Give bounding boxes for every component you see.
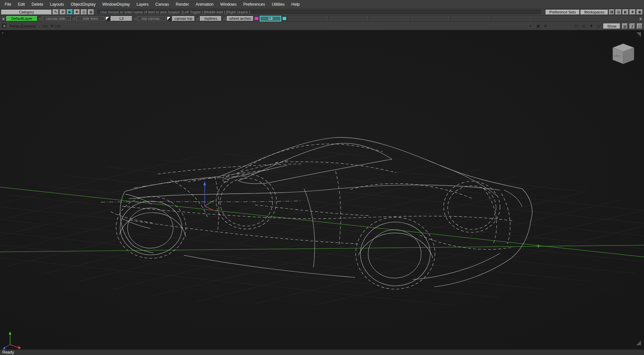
grid-cross-icon: ✚ xyxy=(50,24,53,28)
empty-layer-slot xyxy=(491,16,530,21)
layers-scroll-left-icon[interactable]: ◄ xyxy=(1,16,5,21)
layer-defaultlayer[interactable]: DefaultLayer xyxy=(6,16,37,21)
menu-item-objectdisplay[interactable]: ObjectDisplay xyxy=(67,2,99,7)
viewport-title[interactable]: Persp [Camera] xyxy=(9,24,36,28)
viewport-canvas[interactable]: x LEFT xyxy=(0,30,644,349)
hotkeys-icon[interactable]: H xyxy=(609,9,614,15)
layer-symmetry-swatch[interactable] xyxy=(105,16,110,20)
layer-canvas-top[interactable]: canvas top xyxy=(172,16,195,21)
menu-item-layouts[interactable]: Layouts xyxy=(47,2,67,7)
pick-component-icon[interactable]: ▶ xyxy=(67,9,73,15)
car-wireframe[interactable] xyxy=(101,137,532,289)
perspective-viewport: ✕ Persp [Camera] ↔ mm ✚ 100 ◐ ▣ ⊕ ◰ ◎ ✚ … xyxy=(0,22,644,349)
menu-item-layers[interactable]: Layers xyxy=(133,2,152,7)
viewport-grid-size: ✚ 100 xyxy=(50,24,61,28)
layer-wheel-arches[interactable]: wheel arches xyxy=(227,16,253,21)
units-arrows-icon: ↔ xyxy=(38,24,41,28)
menu-bar: File Edit Delete Layouts ObjectDisplay W… xyxy=(0,0,644,9)
layer-color-swatch-teal[interactable] xyxy=(282,16,287,20)
bounding-box-icon[interactable]: ▣ xyxy=(535,23,541,29)
menu-item-animation[interactable]: Animation xyxy=(192,2,217,7)
toolbar-right-icon-4[interactable]: ▣ xyxy=(637,9,643,15)
alias-application-window: File Edit Delete Layouts ObjectDisplay W… xyxy=(0,0,644,355)
layer-bar: ◄ DefaultLayer canvas side.. side lines … xyxy=(0,15,644,22)
layer-visibility-checkbox[interactable] xyxy=(38,17,42,20)
menu-item-file[interactable]: File xyxy=(1,2,14,7)
toolbar-right-icon-3[interactable]: ✚ xyxy=(630,9,636,15)
expand-view-icon[interactable]: ◲ xyxy=(595,23,601,29)
ground-grid xyxy=(0,30,644,349)
prompt-toolbar: Category ✎ ⊕ ▶ ✚ ◎ ▦ Use mouse or enter … xyxy=(0,9,644,15)
show-menu-button[interactable]: Show xyxy=(603,24,620,29)
center-view-icon[interactable]: ✚ xyxy=(588,23,594,29)
viewport-corner-handles[interactable] xyxy=(2,32,641,345)
layer-visibility-checkbox[interactable] xyxy=(196,17,199,20)
toolbar-right-icon-1[interactable]: ▤ xyxy=(615,9,622,15)
layer-visibility-checkbox[interactable] xyxy=(133,17,137,20)
panel-layout-icon[interactable]: ▥ xyxy=(622,24,628,29)
menu-item-preferences[interactable]: Preferences xyxy=(240,2,268,7)
transform-tool-icon[interactable]: ✚ xyxy=(74,9,80,15)
empty-layer-slot xyxy=(409,16,449,21)
preference-sets-button[interactable]: Preference Sets xyxy=(546,10,580,15)
shading-toggle-icon[interactable]: ◐ xyxy=(528,23,534,29)
toolbar-right-icon-2[interactable]: ◧ xyxy=(623,9,629,15)
viewport-units: ↔ mm xyxy=(38,24,48,28)
pivot-locator: x xyxy=(203,181,217,213)
menu-item-render[interactable]: Render xyxy=(172,2,192,7)
empty-layer-slot xyxy=(328,16,368,21)
menu-item-delete[interactable]: Delete xyxy=(28,2,47,7)
view-axis-triad xyxy=(3,331,21,349)
grid-toggle-icon[interactable]: ▦ xyxy=(88,9,94,15)
menu-item-windowdisplay[interactable]: WindowDisplay xyxy=(99,2,133,7)
pick-object-icon[interactable]: ⊕ xyxy=(60,9,66,15)
panel-extra-icon[interactable]: ▢ xyxy=(637,24,642,29)
empty-layer-slot xyxy=(288,16,327,21)
layer-canvas-side[interactable]: canvas side.. xyxy=(43,16,71,21)
panel-count-box[interactable]: 3 xyxy=(630,24,635,29)
category-button[interactable]: Category xyxy=(1,10,52,15)
viewport-header: ✕ Persp [Camera] ↔ mm ✚ 100 ◐ ▣ ⊕ ◰ ◎ ✚ … xyxy=(0,22,644,30)
axis-x-label: x xyxy=(215,209,217,213)
menu-item-edit[interactable]: Edit xyxy=(14,2,28,7)
status-text: Ready xyxy=(2,350,14,355)
fit-view-icon[interactable]: ◰ xyxy=(573,23,579,29)
prompt-line-input[interactable]: Use mouse or enter name of item to pick … xyxy=(98,10,542,15)
workspaces-button[interactable]: Workspaces xyxy=(581,10,608,15)
layer-visibility-checkbox[interactable] xyxy=(222,17,226,20)
scene-svg[interactable]: x LEFT xyxy=(0,30,644,349)
snap-tool-icon[interactable]: ◎ xyxy=(81,9,87,15)
layer-color-swatch-magenta[interactable] xyxy=(254,16,259,20)
layer-visibility-checkbox[interactable] xyxy=(72,17,75,20)
view-cube[interactable]: LEFT xyxy=(613,44,634,64)
layer-top-canvas[interactable]: top canvas.. xyxy=(138,16,166,21)
menu-item-help[interactable]: Help xyxy=(288,2,303,7)
layer-l8-selected[interactable]: L8 xyxy=(260,16,281,21)
construction-guide-lines[interactable] xyxy=(0,187,644,257)
menu-item-canvas[interactable]: Canvas xyxy=(152,2,172,7)
layer-toplines[interactable]: toplines xyxy=(200,16,221,21)
empty-layer-slot xyxy=(369,16,408,21)
empty-layer-slot xyxy=(450,16,490,21)
look-at-icon[interactable]: ◎ xyxy=(581,23,587,29)
units-label: mm xyxy=(42,24,48,28)
layer-side-lines[interactable]: side lines xyxy=(76,16,104,21)
viewport-close-icon[interactable]: ✕ xyxy=(2,24,7,29)
status-bar: Ready xyxy=(0,349,644,355)
grid-size-value: 100 xyxy=(55,24,61,28)
menu-item-windows[interactable]: Windows xyxy=(217,2,240,7)
layer-l3[interactable]: L3 xyxy=(111,16,132,21)
menu-item-utilities[interactable]: Utilities xyxy=(268,2,288,7)
layers-scroll-right-icon[interactable]: ► xyxy=(639,16,643,21)
pick-nothing-icon[interactable]: ✎ xyxy=(53,9,59,15)
layer-symmetry-swatch[interactable] xyxy=(167,16,171,20)
magnify-icon[interactable]: ⊕ xyxy=(542,23,548,29)
